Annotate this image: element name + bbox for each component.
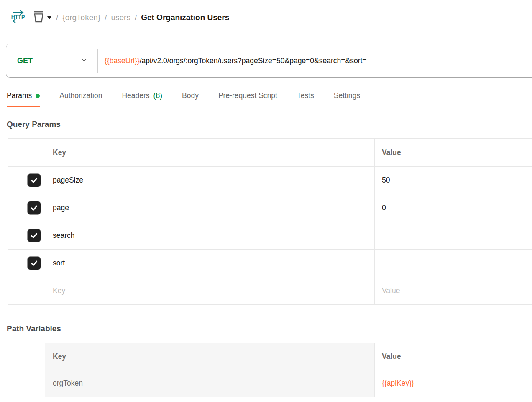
- param-value-input-placeholder[interactable]: Value: [375, 277, 532, 304]
- checkbox-header-cell: [8, 139, 45, 166]
- row-checkbox[interactable]: [27, 229, 41, 242]
- value-column-header: Value: [375, 139, 532, 166]
- checkbox-cell: [8, 222, 45, 249]
- breadcrumb-item-users[interactable]: users: [111, 13, 130, 22]
- request-tabs: Params Authorization Headers (8) Body Pr…: [7, 91, 532, 107]
- checkbox-cell: [8, 250, 45, 277]
- checkbox-cell: [8, 277, 45, 304]
- tab-headers[interactable]: Headers (8): [122, 91, 162, 107]
- table-row: pageSize 50: [8, 166, 532, 194]
- checkbox-cell: [8, 167, 45, 194]
- key-column-header: Key: [45, 343, 375, 370]
- table-header-row: Key Value: [8, 139, 532, 166]
- breadcrumb-item-orgtoken[interactable]: {orgToken}: [62, 13, 100, 22]
- params-indicator-dot: [36, 94, 40, 98]
- chevron-down-icon: [80, 56, 88, 66]
- tab-params[interactable]: Params: [7, 91, 40, 107]
- request-title: Get Organization Users: [141, 13, 229, 22]
- param-key-cell[interactable]: search: [45, 222, 375, 249]
- collection-dropdown[interactable]: [32, 10, 52, 25]
- checkmark-icon: [30, 176, 38, 185]
- checkmark-icon: [30, 231, 38, 240]
- table-row-new: Key Value: [8, 277, 532, 304]
- param-value-cell[interactable]: [375, 250, 532, 277]
- tab-label: Params: [7, 91, 32, 100]
- request-bar: GET {{baseUrl}}/api/v2.0/orgs/:orgToken/…: [6, 44, 532, 78]
- tab-label: Headers: [122, 91, 149, 100]
- param-value-cell[interactable]: 0: [375, 194, 532, 222]
- http-icon: HTTP: [10, 10, 26, 26]
- value-column-header: Value: [375, 343, 532, 370]
- chevron-down-icon: [47, 14, 52, 21]
- path-variable-key-cell: orgToken: [45, 370, 375, 397]
- table-row: orgToken {{apiKey}}: [8, 370, 532, 397]
- tab-label: Pre-request Script: [218, 91, 277, 100]
- tab-settings[interactable]: Settings: [334, 91, 360, 107]
- url-variable: {{baseUrl}}: [105, 57, 140, 65]
- param-key-cell[interactable]: page: [45, 194, 375, 222]
- tab-label: Tests: [297, 91, 314, 100]
- param-value-cell[interactable]: 50: [375, 167, 532, 194]
- method-selector[interactable]: GET: [6, 56, 97, 66]
- breadcrumb-separator: /: [105, 13, 107, 22]
- breadcrumb: HTTP / {orgToken} / users / Get Organiza…: [10, 8, 532, 27]
- tab-body[interactable]: Body: [182, 91, 199, 107]
- headers-count-badge: (8): [153, 91, 162, 100]
- checkbox-header-cell: [8, 343, 45, 370]
- param-key-cell[interactable]: pageSize: [45, 167, 375, 194]
- row-checkbox[interactable]: [27, 256, 41, 270]
- url-path: /api/v2.0/orgs/:orgToken/users?pageSize=…: [140, 57, 367, 65]
- checkbox-cell: [8, 370, 45, 397]
- collection-icon: [32, 10, 45, 25]
- table-header-row: Key Value: [8, 343, 532, 370]
- tab-label: Body: [182, 91, 199, 100]
- row-checkbox[interactable]: [27, 173, 41, 187]
- method-label: GET: [17, 57, 33, 65]
- param-value-cell[interactable]: [375, 222, 532, 249]
- breadcrumb-separator: /: [135, 13, 137, 22]
- tab-pre-request-script[interactable]: Pre-request Script: [218, 91, 277, 107]
- table-row: page 0: [8, 194, 532, 222]
- table-row: sort: [8, 249, 532, 277]
- path-variable-value-cell[interactable]: {{apiKey}}: [375, 370, 532, 397]
- tab-label: Authorization: [59, 91, 102, 100]
- tab-label: Settings: [334, 91, 360, 100]
- table-row: search: [8, 222, 532, 249]
- tab-tests[interactable]: Tests: [297, 91, 314, 107]
- key-column-header: Key: [45, 139, 375, 166]
- breadcrumb-separator: /: [56, 13, 58, 22]
- query-params-title: Query Params: [7, 120, 532, 129]
- checkmark-icon: [30, 204, 38, 212]
- param-key-cell[interactable]: sort: [45, 250, 375, 277]
- checkbox-cell: [8, 194, 45, 222]
- param-key-input-placeholder[interactable]: Key: [45, 277, 375, 304]
- path-variables-table: Key Value orgToken {{apiKey}}: [8, 343, 532, 397]
- row-checkbox[interactable]: [27, 201, 41, 215]
- url-input[interactable]: {{baseUrl}}/api/v2.0/orgs/:orgToken/user…: [98, 57, 532, 65]
- path-variables-title: Path Variables: [7, 324, 532, 333]
- checkmark-icon: [30, 259, 38, 268]
- svg-text:HTTP: HTTP: [11, 14, 25, 20]
- query-params-table: Key Value pageSize 50 page 0 search: [8, 138, 532, 305]
- tab-authorization[interactable]: Authorization: [59, 91, 102, 107]
